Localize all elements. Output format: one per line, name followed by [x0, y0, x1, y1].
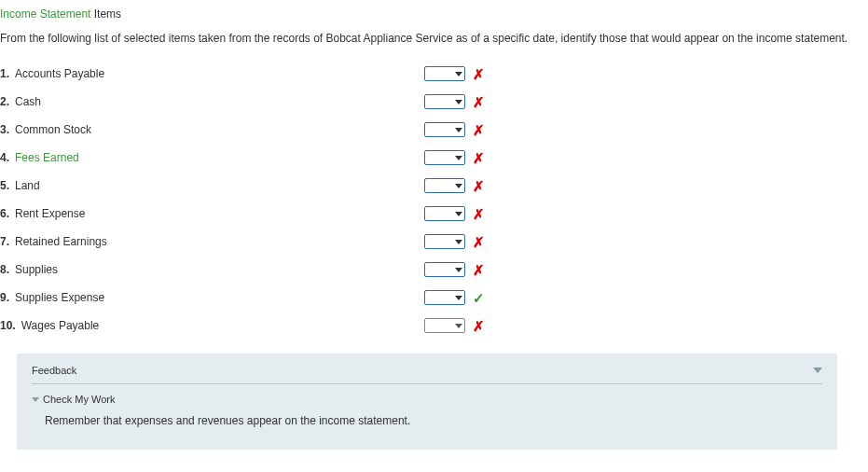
item-row: 6.Rent Expense✗ — [0, 204, 868, 223]
x-icon: ✗ — [473, 95, 485, 109]
title-green: Income Statement — [0, 7, 90, 21]
feedback-title: Feedback — [32, 365, 76, 376]
chevron-down-icon — [455, 72, 462, 76]
answer-dropdown[interactable] — [424, 178, 465, 193]
collapse-icon[interactable] — [813, 368, 822, 373]
item-number: 10. — [0, 319, 16, 332]
item-number: 8. — [0, 263, 9, 276]
item-number: 1. — [0, 67, 9, 80]
x-icon: ✗ — [473, 207, 485, 221]
item-label: 3.Common Stock — [0, 123, 424, 136]
item-number: 5. — [0, 179, 9, 192]
x-icon: ✗ — [473, 263, 485, 277]
chevron-down-icon — [455, 184, 462, 188]
chevron-down-icon — [455, 240, 462, 244]
item-label: 8.Supplies — [0, 263, 424, 276]
item-label: 2.Cash — [0, 95, 424, 108]
answer-dropdown[interactable] — [424, 206, 465, 221]
item-text: Common Stock — [15, 123, 91, 136]
answer-dropdown[interactable] — [424, 262, 465, 277]
item-row: 9.Supplies Expense✓ — [0, 288, 868, 307]
check-icon: ✓ — [473, 291, 485, 305]
item-label: 4.Fees Earned — [0, 151, 424, 164]
item-text: Rent Expense — [15, 207, 85, 220]
feedback-header: Feedback — [32, 365, 822, 384]
chevron-down-icon — [455, 296, 462, 300]
chevron-down-icon — [455, 268, 462, 272]
answer-dropdown[interactable] — [424, 290, 465, 305]
item-text: Cash — [15, 95, 41, 108]
item-label: 5.Land — [0, 179, 424, 192]
item-number: 9. — [0, 291, 9, 304]
title-black: Items — [94, 7, 121, 21]
item-text: Wages Payable — [21, 319, 100, 332]
answer-dropdown[interactable] — [424, 94, 465, 109]
feedback-panel: Feedback Check My Work Remember that exp… — [17, 354, 837, 450]
item-text: Accounts Payable — [15, 67, 104, 80]
x-icon: ✗ — [473, 235, 485, 249]
item-label: 1.Accounts Payable — [0, 67, 424, 80]
chevron-down-icon — [455, 212, 462, 216]
x-icon: ✗ — [473, 151, 485, 165]
items-list: 1.Accounts Payable✗2.Cash✗3.Common Stock… — [0, 64, 868, 335]
item-label: 9.Supplies Expense — [0, 291, 424, 304]
answer-dropdown[interactable] — [424, 318, 465, 333]
item-row: 3.Common Stock✗ — [0, 120, 868, 139]
item-label: 10.Wages Payable — [0, 319, 424, 332]
chevron-down-icon — [32, 397, 39, 402]
item-number: 4. — [0, 151, 9, 164]
answer-dropdown[interactable] — [424, 150, 465, 165]
item-row: 10.Wages Payable✗ — [0, 316, 868, 335]
x-icon: ✗ — [473, 179, 485, 193]
page-title: Income Statement Items — [0, 7, 868, 21]
item-row: 8.Supplies✗ — [0, 260, 868, 279]
x-icon: ✗ — [473, 123, 485, 137]
answer-dropdown[interactable] — [424, 122, 465, 137]
chevron-down-icon — [455, 324, 462, 328]
item-row: 2.Cash✗ — [0, 92, 868, 111]
instructions-text: From the following list of selected item… — [0, 30, 868, 48]
x-icon: ✗ — [473, 67, 485, 81]
item-number: 6. — [0, 207, 9, 220]
item-row: 5.Land✗ — [0, 176, 868, 195]
item-text: Land — [15, 179, 40, 192]
chevron-down-icon — [455, 156, 462, 160]
item-number: 3. — [0, 123, 9, 136]
item-row: 7.Retained Earnings✗ — [0, 232, 868, 251]
feedback-text: Remember that expenses and revenues appe… — [45, 414, 822, 427]
item-number: 2. — [0, 95, 9, 108]
item-number: 7. — [0, 235, 9, 248]
item-text: Retained Earnings — [15, 235, 107, 248]
item-row: 1.Accounts Payable✗ — [0, 64, 868, 83]
x-icon: ✗ — [473, 319, 485, 333]
item-row: 4.Fees Earned✗ — [0, 148, 868, 167]
answer-dropdown[interactable] — [424, 66, 465, 81]
chevron-down-icon — [455, 128, 462, 132]
chevron-down-icon — [455, 100, 462, 104]
item-label: 7.Retained Earnings — [0, 235, 424, 248]
item-text: Supplies — [15, 263, 58, 276]
item-label: 6.Rent Expense — [0, 207, 424, 220]
answer-dropdown[interactable] — [424, 234, 465, 249]
check-my-work-label: Check My Work — [43, 394, 115, 405]
item-text: Fees Earned — [15, 151, 79, 164]
item-text: Supplies Expense — [15, 291, 104, 304]
check-my-work-toggle[interactable]: Check My Work — [32, 394, 822, 405]
